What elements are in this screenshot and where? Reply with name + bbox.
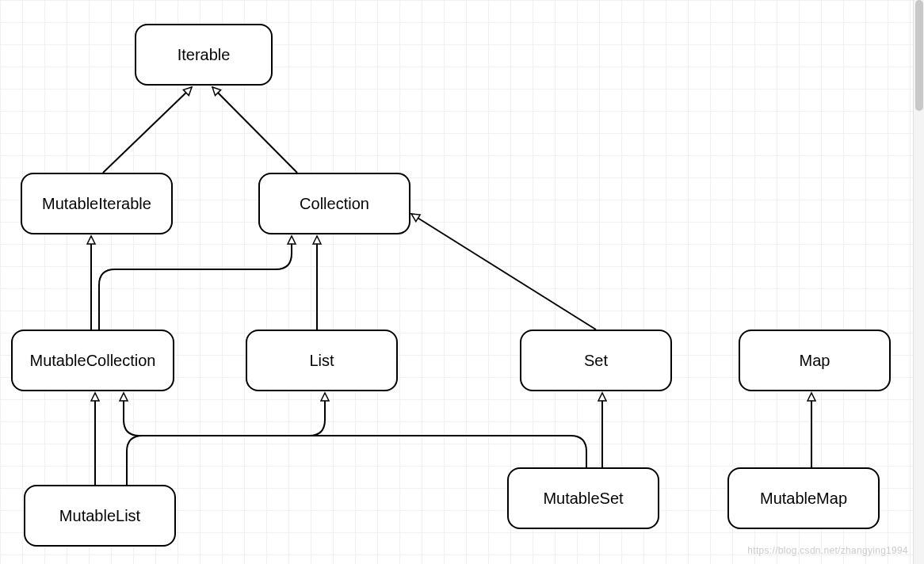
node-label: List — [309, 352, 334, 370]
scrollbar-thumb[interactable] — [915, 0, 923, 111]
node-mutable-map[interactable]: MutableMap — [727, 467, 880, 529]
node-collection[interactable]: Collection — [258, 173, 410, 234]
watermark: https://blog.csdn.net/zhangying1994 — [747, 545, 908, 556]
node-mutable-collection[interactable]: MutableCollection — [11, 330, 174, 391]
node-label: Collection — [300, 195, 369, 213]
node-mutable-list[interactable]: MutableList — [24, 485, 176, 547]
node-label: MutableMap — [760, 490, 847, 508]
vertical-scrollbar[interactable] — [913, 0, 924, 564]
node-map[interactable]: Map — [739, 330, 891, 391]
node-label: MutableCollection — [30, 352, 156, 370]
node-set[interactable]: Set — [520, 330, 672, 391]
node-label: MutableSet — [543, 490, 623, 508]
node-iterable[interactable]: Iterable — [135, 24, 273, 86]
node-list[interactable]: List — [246, 330, 398, 391]
node-label: Set — [584, 352, 608, 370]
node-label: MutableIterable — [42, 195, 151, 213]
node-label: Map — [800, 352, 830, 370]
node-mutable-iterable[interactable]: MutableIterable — [21, 173, 173, 234]
node-label: Iterable — [178, 46, 231, 64]
node-label: MutableList — [59, 507, 140, 525]
node-mutable-set[interactable]: MutableSet — [507, 467, 659, 529]
